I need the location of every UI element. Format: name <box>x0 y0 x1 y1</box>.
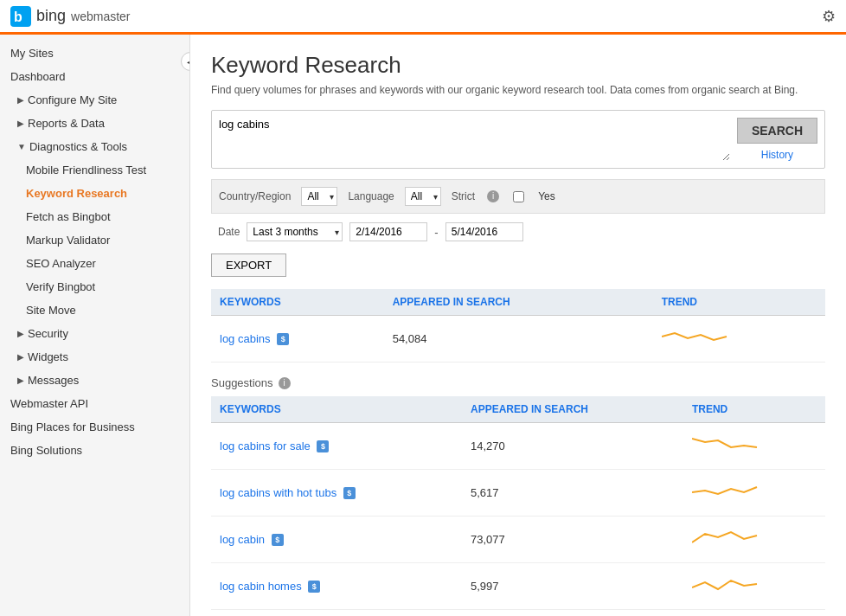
sidebar-item-keyword-research[interactable]: Keyword Research <box>0 182 189 205</box>
sidebar-item-configure[interactable]: ▶ Configure My Site <box>0 88 189 112</box>
arrow-icon: ▼ <box>17 142 26 151</box>
sidebar-item-places[interactable]: Bing Places for Business <box>0 415 189 439</box>
country-select[interactable]: All <box>301 187 337 206</box>
sidebar-item-mysites[interactable]: My Sites <box>0 42 189 65</box>
history-link[interactable]: History <box>761 149 793 161</box>
trend-cell <box>653 316 825 363</box>
sidebar-label: Fetch as Bingbot <box>26 210 111 223</box>
sidebar-item-api[interactable]: Webmaster API <box>0 392 189 415</box>
sidebar-item-security[interactable]: ▶ Security <box>0 322 189 345</box>
table-row: log cabin homes $ 5,997 <box>211 563 825 610</box>
search-box: log cabins SEARCH History <box>211 110 825 169</box>
count-cell: 14,270 <box>462 423 683 470</box>
keyword-link[interactable]: log cabin homes <box>220 580 302 593</box>
sidebar-item-markup[interactable]: Markup Validator <box>0 228 189 252</box>
sidebar-label: Bing Places for Business <box>10 420 135 433</box>
trend-cell <box>683 563 825 610</box>
trend-cell <box>683 470 825 517</box>
date-label: Date <box>218 226 240 238</box>
language-label: Language <box>348 190 394 202</box>
sidebar-label: Webmaster API <box>10 397 88 410</box>
dollar-icon: $ <box>272 534 284 546</box>
sidebar-item-solutions[interactable]: Bing Solutions <box>0 439 189 462</box>
country-label: Country/Region <box>219 190 291 202</box>
sidebar-label: Widgets <box>28 350 68 363</box>
trend-cell <box>683 610 825 617</box>
sidebar-label: Verify Bingbot <box>26 280 95 293</box>
arrow-icon: ▶ <box>17 119 24 128</box>
main-results-table-wrapper: KEYWORDS APPEARED IN SEARCH TREND log ca… <box>211 289 825 376</box>
date-to-input[interactable] <box>445 222 523 241</box>
page-description: Find query volumes for phrases and keywo… <box>211 84 825 96</box>
filters-row: Country/Region All Language All Strict i… <box>211 179 825 214</box>
keyword-link[interactable]: log cabins <box>220 332 271 345</box>
suggestions-info-icon[interactable]: i <box>279 377 291 389</box>
sidebar-item-reports[interactable]: ▶ Reports & Data <box>0 112 189 135</box>
layout: ◀ My Sites Dashboard ▶ Configure My Site… <box>0 35 846 616</box>
date-from-input[interactable] <box>349 222 427 241</box>
sidebar-item-sitemove[interactable]: Site Move <box>0 298 189 322</box>
dollar-icon: $ <box>317 440 329 452</box>
sidebar-label: Site Move <box>26 304 76 317</box>
bing-logo-subtext: webmaster <box>71 10 130 23</box>
sugg-col-appeared: APPEARED IN SEARCH <box>462 396 683 423</box>
topbar-left: b bing webmaster <box>10 6 131 27</box>
keyword-link[interactable]: log cabin <box>220 533 265 546</box>
search-button[interactable]: SEARCH <box>737 118 817 144</box>
language-select-wrapper: All <box>405 187 441 206</box>
main-results-table: KEYWORDS APPEARED IN SEARCH TREND log ca… <box>211 289 825 363</box>
sidebar: ◀ My Sites Dashboard ▶ Configure My Site… <box>0 35 190 616</box>
sidebar-item-seo[interactable]: SEO Analyzer <box>0 252 189 275</box>
sidebar-item-dashboard[interactable]: Dashboard <box>0 65 189 88</box>
arrow-icon: ▶ <box>17 329 24 338</box>
dollar-icon: $ <box>343 487 356 499</box>
main-content: Keyword Research Find query volumes for … <box>190 35 846 616</box>
keyword-link[interactable]: log cabins with hot tubs <box>220 486 336 499</box>
sidebar-item-mobile[interactable]: Mobile Friendliness Test <box>0 158 189 182</box>
strict-info-icon[interactable]: i <box>487 190 499 202</box>
keyword-link[interactable]: log cabins for sale <box>220 440 311 452</box>
sidebar-label: SEO Analyzer <box>26 257 96 270</box>
sidebar-label: Reports & Data <box>28 117 105 130</box>
count-cell: 5,997 <box>462 563 683 610</box>
language-select[interactable]: All <box>405 187 441 206</box>
table-row: log cabins with hot tubs $ 5,617 <box>211 470 825 517</box>
table-row: log cabin $ 73,077 <box>211 517 825 563</box>
strict-label: Strict <box>452 190 475 202</box>
sugg-col-trend: TREND <box>683 396 825 423</box>
sidebar-label: Keyword Research <box>26 187 127 200</box>
date-preset-wrapper: Last 3 months Last 6 months Last 12 mont… <box>247 222 343 241</box>
sidebar-item-widgets[interactable]: ▶ Widgets <box>0 345 189 369</box>
date-preset-select[interactable]: Last 3 months Last 6 months Last 12 mont… <box>247 222 343 241</box>
sugg-col-keywords: KEYWORDS <box>211 396 462 423</box>
sidebar-label: Markup Validator <box>26 234 110 247</box>
sidebar-label: Security <box>28 327 68 340</box>
bing-logo-text: bing <box>36 7 66 25</box>
gear-icon[interactable]: ⚙ <box>822 7 836 26</box>
table-row: log homes $ 47,033 <box>211 610 825 617</box>
count-cell: 54,084 <box>384 316 653 363</box>
sidebar-label: Configure My Site <box>28 93 117 106</box>
sidebar-label: Diagnostics & Tools <box>29 140 127 153</box>
sidebar-label: Mobile Friendliness Test <box>26 164 146 176</box>
sidebar-item-messages[interactable]: ▶ Messages <box>0 369 189 392</box>
strict-checkbox[interactable] <box>513 191 524 202</box>
topbar: b bing webmaster ⚙ <box>0 0 846 35</box>
sidebar-item-diagnostics[interactable]: ▼ Diagnostics & Tools <box>0 135 189 158</box>
export-button[interactable]: EXPORT <box>211 253 286 277</box>
trend-cell <box>683 423 825 470</box>
suggestions-header: Suggestions i <box>211 376 825 389</box>
sidebar-item-fetch[interactable]: Fetch as Bingbot <box>0 205 189 228</box>
sidebar-label: Messages <box>28 374 79 387</box>
suggestions-table: KEYWORDS APPEARED IN SEARCH TREND log ca… <box>211 396 825 616</box>
col-appeared: APPEARED IN SEARCH <box>384 289 653 316</box>
yes-label: Yes <box>538 190 555 202</box>
col-trend: TREND <box>653 289 825 316</box>
suggestions-table-wrapper: KEYWORDS APPEARED IN SEARCH TREND log ca… <box>211 396 825 616</box>
table-row: log cabins for sale $ 14,270 <box>211 423 825 470</box>
sidebar-item-verify[interactable]: Verify Bingbot <box>0 275 189 298</box>
sidebar-label: Dashboard <box>10 70 66 83</box>
date-row: Date Last 3 months Last 6 months Last 12… <box>211 222 825 241</box>
svg-text:b: b <box>14 10 22 24</box>
search-input[interactable]: log cabins <box>219 118 730 161</box>
